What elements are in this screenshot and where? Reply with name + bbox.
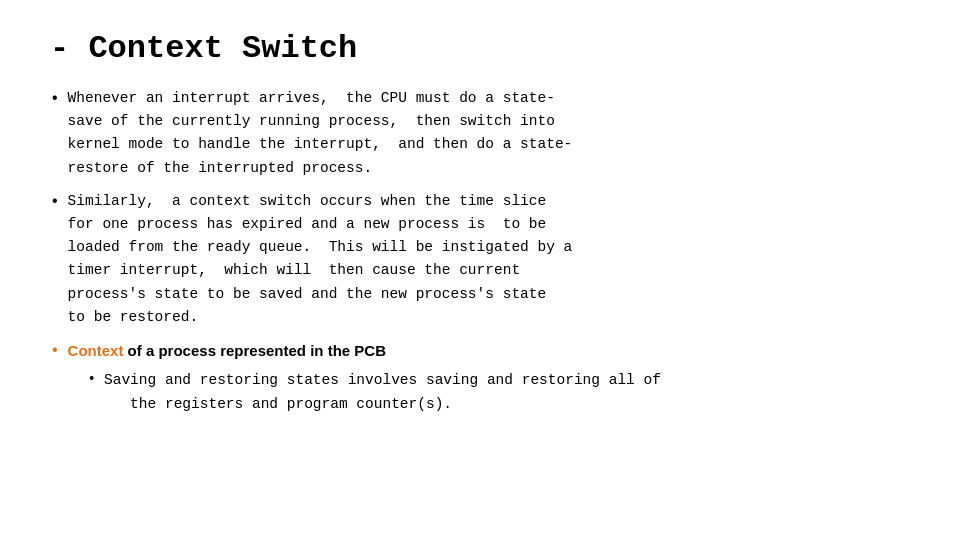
bullet-item-1: • Whenever an interrupt arrives, the CPU…: [50, 87, 910, 180]
sub-bullet-text-1: Saving and restoring states involves sav…: [104, 369, 661, 415]
content-area: • Whenever an interrupt arrives, the CPU…: [50, 87, 910, 416]
bullet-dot-2: •: [50, 190, 60, 215]
context-highlight: Context: [68, 342, 124, 359]
sub-bullet-dot-1: •: [88, 369, 96, 391]
bullet-text-2: Similarly, a context switch occurs when …: [68, 190, 573, 329]
bullet-dot-3: •: [50, 339, 60, 364]
sub-bullet-1: • Saving and restoring states involves s…: [88, 369, 661, 415]
bullet-dot-1: •: [50, 87, 60, 112]
bullet-item-3: • Context of a process represented in th…: [50, 339, 910, 416]
bullet-text-1: Whenever an interrupt arrives, the CPU m…: [68, 87, 573, 180]
bullet-item-2: • Similarly, a context switch occurs whe…: [50, 190, 910, 329]
bullet-text-3: Context of a process represented in the …: [68, 339, 661, 416]
page-title: - Context Switch: [50, 30, 910, 67]
page-container: - Context Switch • Whenever an interrupt…: [50, 30, 910, 416]
bullet3-suffix: of a process represented in the PCB: [123, 342, 386, 359]
